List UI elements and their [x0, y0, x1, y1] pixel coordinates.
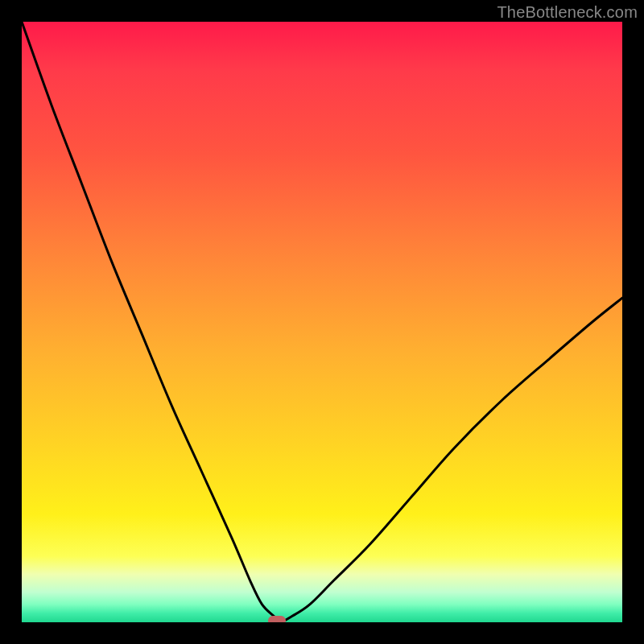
chart-frame: TheBottleneck.com [0, 0, 644, 644]
watermark-text: TheBottleneck.com [497, 3, 638, 22]
plot-area [22, 22, 622, 622]
bottleneck-curve [22, 22, 622, 622]
optimal-marker [268, 616, 286, 622]
